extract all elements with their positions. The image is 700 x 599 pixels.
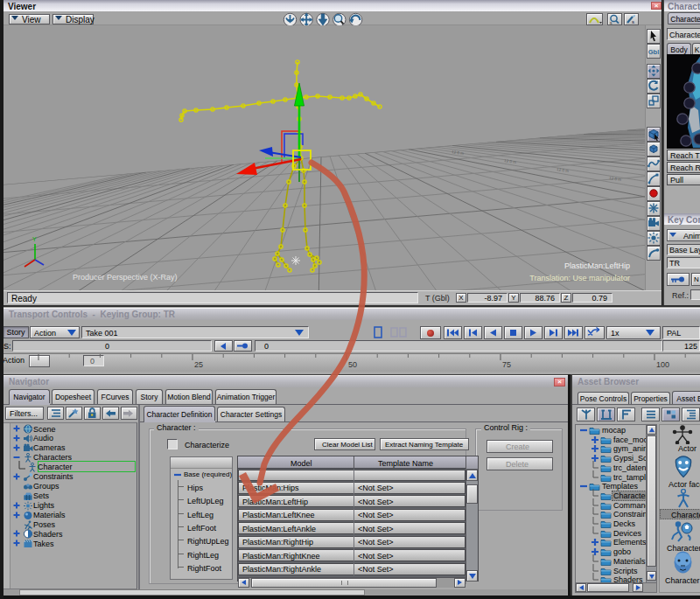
svg-text:s: s <box>632 19 634 24</box>
svg-text:Y: Y <box>32 236 37 242</box>
svg-text:25: 25 <box>194 360 203 369</box>
svg-text:Gbl: Gbl <box>648 48 659 56</box>
svg-text:PlasticMan:LeftHip: PlasticMan:LeftHip <box>564 261 630 270</box>
svg-text:Translation: Use manipulator: Translation: Use manipulator <box>529 274 630 282</box>
svg-text:100: 100 <box>656 360 669 369</box>
svg-text:Producer Perspective (X-Ray): Producer Perspective (X-Ray) <box>73 273 178 282</box>
svg-text:75: 75 <box>502 360 511 369</box>
svg-text:50: 50 <box>348 360 357 369</box>
